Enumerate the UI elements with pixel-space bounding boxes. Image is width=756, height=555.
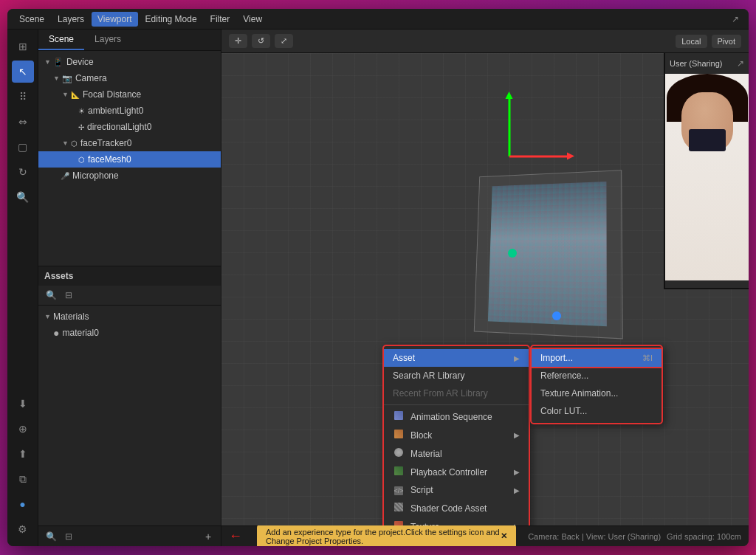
panel-tabs: Scene Layers (38, 30, 221, 51)
download-icon[interactable]: ⬇ (12, 393, 34, 415)
tab-scene[interactable]: Scene (38, 30, 84, 50)
scale-tool-btn[interactable]: ⤢ (275, 34, 293, 48)
add-panel-icon[interactable]: ⊕ (12, 418, 34, 440)
filter-bottom-icon[interactable]: ⊟ (62, 530, 75, 543)
icon-toolbar: ⊞ ↖ ⠿ ⇔ ▢ ↻ 🔍 ⬇ ⊕ ⬆ ⧉ ● ⚙ (7, 30, 38, 546)
local-btn[interactable]: Local (676, 35, 707, 48)
user-icon[interactable]: ● (12, 493, 34, 515)
ctx-item-shader[interactable]: Shader Code Asset (384, 499, 529, 517)
grid-icon[interactable]: ⠿ (12, 86, 34, 108)
sub-item-texture-animation[interactable]: Texture Animation... (532, 385, 662, 402)
left-panel: Scene Layers ▼ 📱 Device ▼ 📷 (38, 30, 221, 546)
sub-color-lut-label: Color LUT... (540, 406, 587, 416)
tree-item-focal-distance[interactable]: ▼ 📐 Focal Distance (38, 86, 221, 103)
sub-texture-anim-label: Texture Animation... (540, 388, 618, 399)
notification-text: Add an experience type for the project.C… (266, 528, 501, 545)
preview-share-icon[interactable]: ↑ (707, 284, 726, 289)
sub-item-reference[interactable]: Reference... (532, 367, 662, 385)
tree-item-ambient-light[interactable]: ▶ ☀ ambientLight0 (38, 103, 221, 119)
ctx-item-search-ar[interactable]: Search AR Library (384, 367, 529, 385)
sub-item-color-lut[interactable]: Color LUT... (532, 402, 662, 420)
settings-icon[interactable]: ⚙ (12, 518, 34, 540)
expand-icon[interactable]: ⇔ (12, 111, 34, 133)
search-assets-icon[interactable]: 🔍 (44, 289, 58, 302)
preview-portrait (665, 74, 749, 280)
assets-title: Assets (44, 271, 73, 281)
viewport[interactable]: User (Sharing) ↗ (221, 53, 749, 525)
menu-filter[interactable]: Filter (205, 12, 236, 27)
camera-info: Camera: Back | View: User (Sharing) (528, 532, 661, 541)
tree-item-material0[interactable]: ● material0 (38, 325, 221, 341)
external-link-icon[interactable]: ↗ (728, 12, 743, 27)
ctx-item-texture[interactable]: Texture ▶ (384, 517, 529, 525)
tab-layers[interactable]: Layers (84, 30, 131, 50)
layout-icon[interactable]: ⊞ (12, 35, 34, 58)
pointer-icon[interactable]: ↖ (12, 61, 34, 83)
preview-camera-icon[interactable]: 📷 (687, 284, 707, 289)
notification-close-btn[interactable]: ✕ (501, 531, 507, 541)
ctx-item-animation-seq[interactable]: Animation Sequence (384, 407, 529, 426)
menu-scene[interactable]: Scene (13, 12, 50, 27)
menu-editing-mode[interactable]: Editing Mode (140, 12, 203, 27)
add-asset-icon[interactable]: + (202, 530, 215, 543)
tree-item-device[interactable]: ▼ 📱 Device (38, 54, 221, 70)
preview-more-icon[interactable]: ⋯ (726, 284, 746, 289)
ctx-item-script[interactable]: </> Script ▶ (384, 481, 529, 499)
menu-layers[interactable]: Layers (52, 12, 90, 27)
ctx-item-recent-ar: Recent From AR Library (384, 385, 529, 402)
tree-item-face-tracker[interactable]: ▼ ⬡ faceTracker0 (38, 135, 221, 151)
sub-item-import[interactable]: Import... ⌘I (530, 348, 663, 368)
face-portrait (488, 182, 607, 326)
ctx-item-playback-controller[interactable]: Playback Controller ▶ (384, 463, 529, 481)
preview-record-icon[interactable]: ⬜ (668, 284, 687, 289)
tree-item-camera[interactable]: ▼ 📷 Camera (38, 70, 221, 86)
ctx-block-arrow: ▶ (514, 431, 520, 439)
sub-import-label: Import... (540, 353, 573, 363)
grid-spacing: Grid spacing: 100cm (667, 532, 741, 541)
search-bottom-icon[interactable]: 🔍 (44, 530, 58, 543)
ctx-playback-label: Playback Controller (410, 467, 487, 478)
ctx-script-label: Script (410, 485, 433, 495)
refresh-icon[interactable]: ↻ (12, 161, 34, 183)
search-icon[interactable]: 🔍 (12, 186, 34, 208)
ctx-block-label: Block (410, 430, 432, 441)
context-menu-main: Asset ▶ Search AR Library (382, 345, 530, 525)
move-icon: ✛ (235, 36, 241, 46)
pivot-label: Pivot (718, 37, 735, 46)
ctx-item-block[interactable]: Block ▶ (384, 426, 529, 444)
assets-header: Assets (38, 266, 221, 286)
main-content: ✛ ↺ ⤢ Local Pivot (221, 30, 749, 546)
sub-reference-label: Reference... (540, 370, 588, 381)
ctx-item-material[interactable]: Material (384, 444, 529, 463)
square-icon[interactable]: ▢ (12, 136, 34, 158)
preview-external-icon[interactable]: ↗ (737, 58, 744, 69)
ctx-item-asset[interactable]: Asset ▶ (384, 349, 529, 367)
face-mesh-plane (474, 170, 623, 339)
app-window: Scene Layers Viewport Editing Mode Filte… (7, 9, 749, 546)
tree-item-face-mesh[interactable]: ▶ ⬡ faceMesh0 (38, 151, 221, 168)
preview-window: User (Sharing) ↗ (664, 53, 749, 289)
status-bar: ← Add an experience type for the project… (221, 525, 749, 546)
pivot-btn[interactable]: Pivot (712, 35, 741, 48)
assets-toolbar: 🔍 ⊟ (38, 286, 221, 306)
upload-icon[interactable]: ⬆ (12, 443, 34, 465)
main-layout: ⊞ ↖ ⠿ ⇔ ▢ ↻ 🔍 ⬇ ⊕ ⬆ ⧉ ● ⚙ Scene Layers (7, 30, 749, 546)
menu-bar: Scene Layers Viewport Editing Mode Filte… (7, 9, 749, 30)
sub-import-shortcut: ⌘I (642, 354, 653, 363)
menu-viewport[interactable]: Viewport (92, 12, 137, 27)
scene-panel: Scene Layers ▼ 📱 Device ▼ 📷 (38, 30, 221, 266)
tree-item-materials[interactable]: ▼ Materials (38, 308, 221, 325)
ctx-anim-label: Animation Sequence (410, 412, 492, 422)
layers-icon[interactable]: ⧉ (12, 468, 34, 490)
menu-view[interactable]: View (237, 12, 268, 27)
rotate-icon: ↺ (258, 36, 264, 46)
tree-item-microphone[interactable]: ▶ 🎤 Microphone (38, 168, 221, 184)
y-axis-gizmo (509, 97, 511, 156)
viewport-toolbar: ✛ ↺ ⤢ Local Pivot (221, 30, 749, 53)
filter-assets-icon[interactable]: ⊟ (62, 289, 75, 302)
tree-item-directional-light[interactable]: ▶ ✢ directionalLight0 (38, 119, 221, 135)
rotate-tool-btn[interactable]: ↺ (252, 34, 270, 48)
face-mesh-overlay (488, 182, 607, 326)
move-tool-btn[interactable]: ✛ (229, 34, 247, 48)
x-axis-gizmo (509, 156, 568, 158)
